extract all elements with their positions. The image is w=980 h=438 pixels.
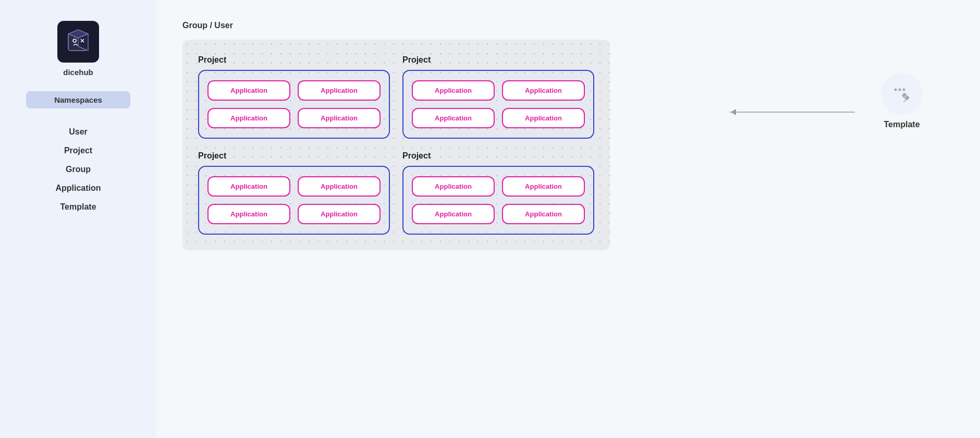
arrow-connector (730, 102, 865, 123)
brand-name: dicehub (63, 68, 93, 77)
sidebar-item-template[interactable]: Template (60, 202, 96, 212)
app-pill-4-2[interactable]: Application (502, 176, 585, 197)
project-box-1: Project Application Application Applicat… (198, 55, 390, 139)
logo-box (57, 21, 99, 63)
app-pill-4-1[interactable]: Application (412, 176, 495, 197)
project-inner-2: Application Application Application Appl… (402, 70, 594, 139)
project-label-1: Project (198, 55, 390, 65)
app-pill-2-3[interactable]: Application (412, 108, 495, 128)
template-label[interactable]: Template (884, 120, 920, 129)
namespaces-badge[interactable]: Namespaces (26, 91, 130, 108)
svg-point-8 (895, 89, 897, 91)
app-pill-3-4[interactable]: Application (298, 204, 381, 224)
app-pill-1-1[interactable]: Application (207, 80, 290, 101)
app-pill-2-2[interactable]: Application (502, 80, 585, 101)
sidebar-item-application[interactable]: Application (55, 184, 101, 193)
project-label-2: Project (402, 55, 594, 65)
project-inner-1: Application Application Application Appl… (198, 70, 390, 139)
app-pill-1-2[interactable]: Application (298, 80, 381, 101)
project-label-3: Project (198, 151, 390, 161)
main-content: Group / User Project Application Applica… (156, 0, 980, 438)
svg-marker-7 (731, 109, 736, 115)
brand-container: dicehub (57, 21, 99, 77)
project-label-4: Project (402, 151, 594, 161)
app-pill-2-1[interactable]: Application (412, 80, 495, 101)
app-pill-4-3[interactable]: Application (412, 204, 495, 224)
app-pill-3-1[interactable]: Application (207, 176, 290, 197)
app-pill-4-4[interactable]: Application (502, 204, 585, 224)
sidebar: dicehub Namespaces User Project Group Ap… (0, 0, 156, 438)
group-user-container: Project Application Application Applicat… (182, 40, 610, 250)
app-pill-1-4[interactable]: Application (298, 108, 381, 128)
sidebar-item-user[interactable]: User (69, 127, 88, 137)
breadcrumb: Group / User (182, 21, 844, 30)
diagram-area: Group / User Project Application Applica… (182, 21, 844, 250)
sidebar-item-project[interactable]: Project (64, 146, 92, 155)
template-icon-box (881, 73, 923, 115)
sidebar-nav: User Project Group Application Template (10, 127, 146, 212)
project-box-2: Project Application Application Applicat… (402, 55, 594, 139)
app-pill-2-4[interactable]: Application (502, 108, 585, 128)
project-box-3: Project Application Application Applicat… (198, 151, 390, 235)
app-pill-1-3[interactable]: Application (207, 108, 290, 128)
app-pill-3-2[interactable]: Application (298, 176, 381, 197)
svg-marker-12 (903, 100, 906, 102)
svg-point-9 (899, 89, 901, 91)
svg-point-10 (903, 89, 905, 91)
app-pill-3-3[interactable]: Application (207, 204, 290, 224)
logo-icon (64, 28, 92, 56)
template-section: Template (844, 21, 959, 129)
project-inner-4: Application Application Application Appl… (402, 166, 594, 235)
project-box-4: Project Application Application Applicat… (402, 151, 594, 235)
project-inner-3: Application Application Application Appl… (198, 166, 390, 235)
sidebar-item-group[interactable]: Group (66, 165, 91, 174)
template-icon (890, 82, 913, 105)
